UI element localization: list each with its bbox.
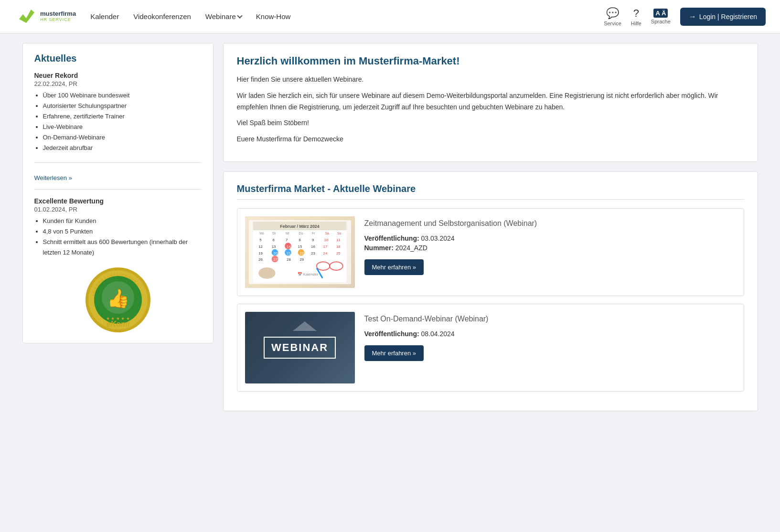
svg-text:10: 10	[324, 238, 329, 242]
main-content: Aktuelles Neuer Rekord 22.02.2024, PR Üb…	[8, 33, 772, 421]
svg-text:Di: Di	[273, 232, 276, 235]
webinar-meta-1-nummer: Nummer: 2024_AZD	[364, 244, 736, 252]
service-icon: 💬	[606, 7, 619, 20]
header-actions: 💬 Service ? Hilfe A Ä Sprache → Login | …	[604, 7, 766, 26]
nav-webinare[interactable]: Webinare	[205, 12, 242, 21]
logo-icon	[14, 5, 38, 29]
list-item: Schnitt ermittelt aus 600 Bewertungen (i…	[43, 237, 202, 258]
webinare-dropdown-icon	[237, 13, 242, 18]
svg-text:27: 27	[274, 258, 278, 262]
svg-text:So: So	[337, 232, 342, 235]
aktuelles-title: Aktuelles	[34, 53, 202, 64]
mehr-erfahren-button-2[interactable]: Mehr erfahren »	[364, 345, 424, 361]
svg-text:22: 22	[300, 251, 304, 255]
logo-sub: HR SERVICE	[40, 18, 76, 22]
webinar-image: WEBINAR	[245, 312, 355, 383]
list-item: Live-Webinare	[43, 122, 202, 132]
news-item-2-title: Excellente Bewertung	[34, 197, 202, 205]
logo[interactable]: musterfirma HR SERVICE	[14, 5, 76, 29]
svg-text:9: 9	[312, 238, 314, 242]
svg-text:👍: 👍	[107, 287, 129, 309]
webinar-arrow-decoration	[293, 321, 317, 331]
svg-text:📅 Kalender: 📅 Kalender	[298, 272, 319, 277]
news-item-2-list: Kunden für Kunden 4,8 von 5 Punkten Schn…	[34, 216, 202, 258]
webinar-thumbnail-1: Februar / März 2024 Mo Di Mi Do Fr Sa	[245, 216, 355, 288]
divider	[34, 162, 202, 163]
welcome-title: Herzlich willkommen im Musterfirma-Marke…	[237, 55, 744, 67]
welcome-p3: Viel Spaß beim Stöbern!	[237, 117, 744, 129]
ekomi-brand-text: eKomi	[106, 320, 129, 328]
header: musterfirma HR SERVICE Kalender Videokon…	[0, 0, 780, 33]
webinar-meta-1-date: Veröffentlichung: 03.03.2024	[364, 234, 736, 242]
webinar-card-1: Februar / März 2024 Mo Di Mi Do Fr Sa	[237, 208, 744, 296]
hilfe-button[interactable]: ? Hilfe	[631, 7, 641, 26]
svg-text:20: 20	[274, 251, 278, 255]
svg-text:24: 24	[323, 251, 328, 255]
service-button[interactable]: 💬 Service	[604, 7, 621, 26]
weiterlesen-link[interactable]: Weiterlesen »	[34, 174, 72, 181]
webinar-meta-2-date: Veröffentlichung: 08.04.2024	[364, 330, 736, 338]
svg-text:26: 26	[258, 258, 263, 262]
logo-text: musterfirma	[40, 11, 76, 17]
ekomi-badge: 👍 KUNDENAUSZEICHNUNG eKomi ★ ★ ★ ★ ★	[85, 266, 151, 333]
svg-text:17: 17	[323, 245, 328, 249]
svg-text:Sa: Sa	[325, 232, 329, 235]
welcome-p4: Euere Musterfirma für Demozwecke	[237, 134, 744, 145]
main-nav: Kalender Videokonferenzen Webinare Know-…	[90, 12, 604, 21]
nav-videokonferenzen[interactable]: Videokonferenzen	[133, 12, 191, 21]
news-item-1-date: 22.02.2024, PR	[34, 80, 202, 87]
svg-text:29: 29	[300, 258, 304, 262]
webinar-title-2: Test On-Demand-Webinar (Webinar)	[364, 314, 736, 324]
svg-text:25: 25	[336, 251, 341, 255]
login-button[interactable]: → Login | Registrieren	[680, 8, 766, 26]
list-item: Kunden für Kunden	[43, 216, 202, 226]
calendar-image: Februar / März 2024 Mo Di Mi Do Fr Sa	[245, 216, 355, 288]
sprache-button[interactable]: A Ä Sprache	[651, 9, 671, 24]
svg-text:14: 14	[287, 245, 291, 249]
svg-point-49	[258, 267, 275, 279]
nav-kalender[interactable]: Kalender	[90, 12, 119, 21]
ekomi-container: 👍 KUNDENAUSZEICHNUNG eKomi ★ ★ ★ ★ ★	[34, 266, 202, 333]
list-item: Erfahrene, zertifizierte Trainer	[43, 111, 202, 122]
svg-text:23: 23	[311, 251, 315, 255]
svg-text:18: 18	[336, 245, 341, 249]
mehr-erfahren-button-1[interactable]: Mehr erfahren »	[364, 259, 424, 275]
list-item: Autorisierter Schulungspartner	[43, 101, 202, 111]
aktuelles-panel: Aktuelles Neuer Rekord 22.02.2024, PR Üb…	[22, 43, 214, 343]
svg-text:13: 13	[272, 245, 276, 249]
hilfe-icon: ?	[633, 7, 639, 20]
svg-text:Mi: Mi	[286, 232, 289, 235]
welcome-panel: Herzlich willkommen im Musterfirma-Marke…	[223, 43, 758, 162]
divider2	[34, 189, 202, 190]
svg-text:Do: Do	[299, 232, 303, 235]
news-item-1-list: Über 100 Webinare bundesweit Autorisiert…	[34, 90, 202, 154]
news-item-2-date: 01.02.2024, PR	[34, 206, 202, 213]
svg-text:Fr: Fr	[312, 232, 315, 235]
svg-text:6: 6	[273, 238, 275, 242]
content-area: Herzlich willkommen im Musterfirma-Marke…	[223, 43, 758, 411]
svg-text:5: 5	[259, 238, 262, 242]
sprache-icon: A Ä	[653, 9, 668, 18]
list-item: Über 100 Webinare bundesweit	[43, 90, 202, 101]
webinar-img-label: WEBINAR	[264, 337, 336, 359]
svg-text:12: 12	[258, 245, 263, 249]
svg-text:16: 16	[311, 245, 315, 249]
news-item-1: Neuer Rekord 22.02.2024, PR Über 100 Web…	[34, 72, 202, 154]
svg-text:28: 28	[287, 258, 291, 262]
welcome-p1: Hier finden Sie unsere aktuellen Webinar…	[237, 74, 744, 85]
sidebar: Aktuelles Neuer Rekord 22.02.2024, PR Üb…	[22, 43, 214, 411]
svg-marker-0	[19, 10, 34, 23]
svg-text:Februar / März 2024: Februar / März 2024	[280, 224, 319, 229]
svg-text:19: 19	[258, 251, 263, 255]
svg-text:Mo: Mo	[259, 232, 264, 235]
svg-text:7: 7	[286, 238, 288, 242]
webinar-title-1: Zeitmanagement und Selbstorganisation (W…	[364, 218, 736, 229]
svg-text:8: 8	[299, 238, 301, 242]
webinar-card-2: WEBINAR Test On-Demand-Webinar (Webinar)…	[237, 304, 744, 392]
webinar-info-1: Zeitmanagement und Selbstorganisation (W…	[364, 216, 736, 275]
list-item: 4,8 von 5 Punkten	[43, 226, 202, 237]
login-icon: →	[689, 12, 696, 21]
news-item-2: Excellente Bewertung 01.02.2024, PR Kund…	[34, 197, 202, 258]
svg-text:11: 11	[336, 238, 341, 242]
nav-knowhow[interactable]: Know-How	[256, 12, 291, 21]
